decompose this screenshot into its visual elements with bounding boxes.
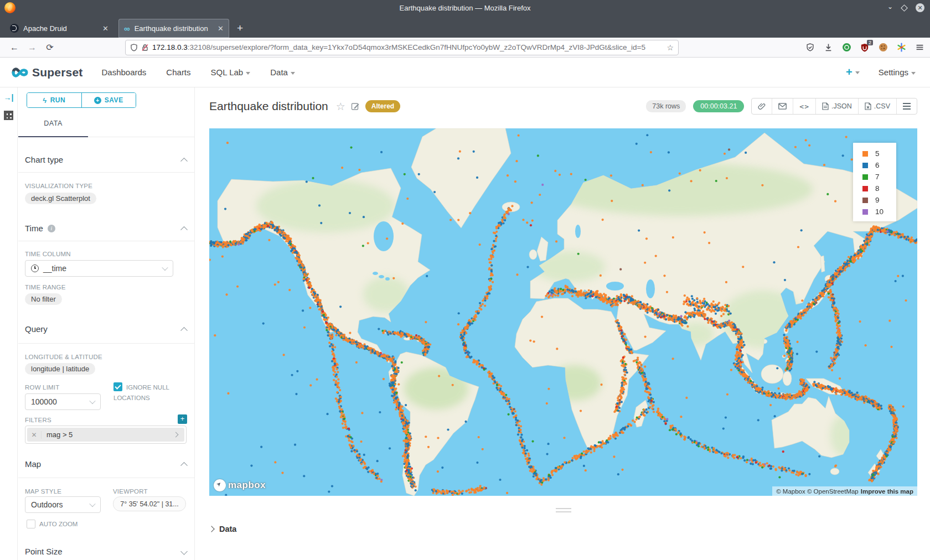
url-path: :32108/superset/explore/?form_data_key=1… [188,43,645,51]
window-close-button[interactable]: ✕ [916,3,924,12]
menu-dashboards[interactable]: Dashboards [101,68,146,77]
tab-data[interactable]: DATA [18,120,88,127]
chart-area: Earthquake distribution ☆ Altered 73k ro… [195,87,930,560]
altered-badge[interactable]: Altered [365,100,400,112]
new-tab-button[interactable]: + [237,22,243,34]
favorite-star-icon[interactable]: ☆ [336,100,345,113]
forward-button[interactable]: → [23,43,41,53]
legend-entry[interactable]: 8 [862,183,896,194]
query-timer-badge: 00:00:03.21 [693,100,744,112]
control-panel: ϟRUN +SAVE DATA Chart type VISUALIZATION… [18,87,195,560]
legend-entry[interactable]: 6 [862,159,896,171]
menu-data[interactable]: Data [270,68,295,77]
add-new-button[interactable]: + [846,66,860,79]
section-time[interactable]: Timei [25,224,187,233]
superset-menu: Dashboards Charts SQL Lab Data [101,68,294,77]
export-json-button[interactable]: .JSON [816,98,859,114]
section-query[interactable]: Query [25,324,187,334]
lonlat-value[interactable]: longitude | latitude [25,363,95,375]
time-range-value[interactable]: No filter [25,293,62,305]
remove-filter-icon[interactable]: ✕ [27,431,42,439]
lightning-icon: ϟ [43,96,46,105]
export-csv-button[interactable]: .CSV [859,98,897,114]
url-text[interactable]: 172.18.0.3:32108/superset/explore/?form_… [152,43,663,51]
url-bar[interactable]: 172.18.0.3:32108/superset/explore/?form_… [125,40,679,55]
embed-code-button[interactable]: <> [793,98,816,114]
add-filter-button[interactable]: + [178,414,187,424]
menu-sql-lab[interactable]: SQL Lab [211,68,251,77]
downloads-icon[interactable] [823,43,833,53]
superset-favicon-icon: ∞ [124,24,130,33]
mapbox-logo[interactable]: mapbox [214,479,266,491]
chevron-up-icon[interactable] [180,158,188,165]
chevron-up-icon[interactable] [180,462,188,469]
deckgl-scatter-map[interactable]: 5678910 mapbox © Mapbox © OpenStreetMap … [209,128,917,496]
active-tab-underline [18,136,88,137]
chevron-down-icon [911,72,916,75]
ublock-badge: 2 [867,40,873,45]
chevron-right-icon [173,432,179,438]
window-minimize-button[interactable]: ⌄ [887,3,893,10]
legend-entry[interactable]: 10 [862,206,896,217]
row-limit-select[interactable]: 100000 [25,393,101,410]
viewport-label: VIEWPORT [113,488,148,495]
copy-link-button[interactable] [752,98,772,114]
protections-shield-icon[interactable] [805,43,815,53]
resize-drag-handle[interactable] [556,508,571,512]
menu-hamburger-icon[interactable] [914,43,924,53]
bookmark-star-icon[interactable]: ☆ [666,43,674,52]
chart-menu-button[interactable] [897,98,917,114]
superset-infinity-icon [8,65,29,80]
save-plus-icon: + [94,97,101,104]
attribution-text[interactable]: © Mapbox © OpenStreetMap [776,488,859,495]
edit-properties-icon[interactable] [351,102,360,111]
improve-map-link[interactable]: Improve this map [861,488,913,495]
section-map[interactable]: Map [25,459,187,469]
chevron-up-icon[interactable] [180,226,188,234]
chevron-down-icon [855,71,860,74]
extension-green-icon[interactable] [841,43,851,53]
data-panel-toggle[interactable]: Data [209,525,917,533]
run-button[interactable]: ϟRUN [27,93,82,107]
tab-earthquake-distribution[interactable]: ∞ Earthquake distribution ✕ [118,19,229,38]
back-button[interactable]: ← [6,43,23,53]
chevron-down-icon [291,72,295,75]
save-button[interactable]: +SAVE [82,93,136,107]
legend-label: 5 [875,149,880,158]
reload-button[interactable]: ⟳ [41,42,59,53]
section-chart-type[interactable]: Chart type [25,155,187,164]
tab-apache-druid[interactable]: Apache Druid ✕ [4,19,114,38]
map-style-select[interactable]: Outdoors [25,496,101,513]
ignore-null-checkbox[interactable] [113,382,122,391]
time-column-label: TIME COLUMN [25,251,71,257]
hamburger-icon [903,103,911,110]
filter-item[interactable]: ✕ mag > 5 [27,428,184,442]
section-point-size[interactable]: Point Size [25,547,187,556]
window-maximize-button[interactable] [901,4,908,12]
pinwheel-extension-icon[interactable] [896,43,906,53]
time-column-select[interactable]: __time [25,260,173,277]
legend-entry[interactable]: 5 [862,148,896,159]
cookie-extension-icon[interactable] [878,43,888,53]
ublock-icon[interactable]: 2 [860,43,870,53]
chevron-up-icon[interactable] [180,327,188,334]
viz-type-value[interactable]: deck.gl Scatterplot [25,193,96,204]
tab-close-icon[interactable]: ✕ [102,24,108,33]
legend-label: 7 [875,173,880,181]
legend-entry[interactable]: 9 [862,194,896,206]
viewport-value[interactable]: 7° 35' 54.02" | 31... [113,496,186,511]
tab-title: Earthquake distribution [135,24,213,33]
legend-entry[interactable]: 7 [862,171,896,183]
expand-datasource-icon[interactable]: →| [4,93,14,102]
email-button[interactable] [772,98,793,114]
insecure-lock-icon[interactable] [141,44,149,51]
dataset-grid-icon[interactable] [4,111,13,120]
settings-menu[interactable]: Settings [879,68,916,77]
tab-close-icon[interactable]: ✕ [218,24,224,33]
superset-logo[interactable]: Superset [8,65,82,80]
chevron-down-icon[interactable] [180,548,188,555]
menu-charts[interactable]: Charts [166,68,190,77]
auto-zoom-checkbox[interactable] [27,520,35,528]
tracking-shield-icon[interactable] [130,44,138,51]
tab-bar: Apache Druid ✕ ∞ Earthquake distribution… [0,15,930,38]
